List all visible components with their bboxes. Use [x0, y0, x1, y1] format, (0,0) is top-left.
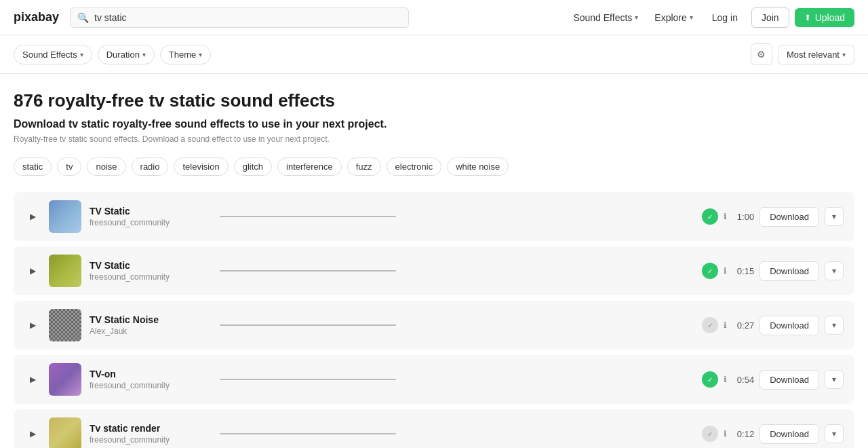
sound-name: TV Static Noise — [90, 314, 198, 325]
sound-duration: 1:00 — [732, 212, 754, 222]
sound-author: freesound_community — [90, 272, 198, 282]
sound-info: TV-on freesound_community — [90, 369, 198, 390]
tag-fuzz[interactable]: fuzz — [347, 157, 381, 176]
license-icon: ✓ — [702, 263, 718, 279]
tag-white-noise[interactable]: white noise — [447, 157, 509, 176]
sound-item: ▶ TV Static freesound_community ✓ ℹ 1:00… — [14, 192, 854, 241]
filter-duration-label: Duration — [106, 50, 140, 60]
sound-info: TV Static Noise Alex_Jauk — [90, 314, 198, 336]
sound-thumbnail — [49, 363, 81, 396]
page-title: 876 royalty-free tv static sound effects — [14, 90, 854, 111]
search-icon: 🔍 — [77, 12, 89, 23]
play-button[interactable]: ▶ — [24, 371, 41, 388]
info-icon[interactable]: ℹ — [724, 266, 727, 276]
filter-duration[interactable]: Duration ▾ — [98, 45, 155, 64]
chevron-down-icon: ▾ — [142, 51, 146, 58]
info-icon[interactable]: ℹ — [724, 375, 727, 384]
sound-name: Tv static render — [90, 423, 198, 434]
nav-sound-effects[interactable]: Sound Effects ▾ — [568, 10, 644, 26]
chevron-down-icon: ▾ — [80, 51, 83, 58]
tag-electronic[interactable]: electronic — [387, 157, 442, 176]
expand-button[interactable]: ▾ — [825, 424, 844, 443]
sound-name: TV Static — [90, 206, 198, 217]
sort-label: Most relevant — [787, 50, 840, 60]
expand-button[interactable]: ▾ — [825, 207, 844, 226]
tag-noise[interactable]: noise — [87, 157, 125, 176]
expand-button[interactable]: ▾ — [825, 261, 844, 280]
filter-theme[interactable]: Theme ▾ — [160, 45, 211, 64]
tag-interference[interactable]: interference — [277, 157, 342, 176]
expand-button[interactable]: ▾ — [825, 370, 844, 389]
tag-radio[interactable]: radio — [132, 157, 169, 176]
sound-actions: ✓ ℹ 0:12 Download ▾ — [702, 424, 844, 444]
header: pixabay 🔍 Sound Effects ▾ Explore ▾ Log … — [0, 0, 868, 35]
download-button[interactable]: Download — [760, 370, 819, 390]
upload-button[interactable]: ⬆ Upload — [795, 8, 854, 27]
sound-list: ▶ TV Static freesound_community ✓ ℹ 1:00… — [14, 192, 854, 448]
join-button[interactable]: Join — [751, 7, 789, 28]
tag-television[interactable]: television — [174, 157, 228, 176]
gear-icon: ⚙ — [757, 49, 766, 60]
search-input[interactable] — [94, 12, 401, 23]
play-button[interactable]: ▶ — [24, 426, 41, 442]
download-button[interactable]: Download — [760, 207, 819, 227]
waveform-line — [220, 216, 396, 217]
nav-sound-effects-label: Sound Effects — [573, 12, 632, 23]
download-button[interactable]: Download — [760, 316, 819, 335]
page-description: Royalty-free tv static sound effects. Do… — [14, 134, 854, 144]
sound-actions: ✓ ℹ 0:27 Download ▾ — [702, 316, 844, 335]
sound-duration: 0:12 — [732, 429, 754, 439]
sound-actions: ✓ ℹ 0:15 Download ▾ — [702, 261, 844, 281]
sound-author: freesound_community — [90, 435, 198, 445]
download-button[interactable]: Download — [760, 261, 819, 281]
info-icon[interactable]: ℹ — [724, 212, 727, 221]
settings-button[interactable]: ⚙ — [751, 43, 772, 65]
sound-thumbnail — [49, 255, 81, 287]
filter-sound-effects-label: Sound Effects — [22, 50, 77, 60]
filter-bar: Sound Effects ▾ Duration ▾ Theme ▾ ⚙ Mos… — [0, 35, 868, 74]
page-subtitle: Download tv static royalty-free sound ef… — [14, 118, 854, 130]
logo-text: pixabay — [14, 10, 59, 24]
info-icon[interactable]: ℹ — [724, 320, 727, 330]
play-button[interactable]: ▶ — [24, 317, 41, 333]
chevron-down-icon: ▾ — [690, 14, 693, 21]
filter-sound-effects[interactable]: Sound Effects ▾ — [14, 45, 92, 64]
expand-button[interactable]: ▾ — [825, 316, 844, 335]
waveform — [206, 371, 694, 388]
sound-item: ▶ TV Static Noise Alex_Jauk ✓ ℹ 0:27 Dow… — [14, 301, 854, 350]
tag-static[interactable]: static — [14, 157, 52, 176]
license-icon: ✓ — [702, 317, 718, 333]
search-bar: 🔍 — [70, 7, 409, 28]
sound-actions: ✓ ℹ 0:54 Download ▾ — [702, 370, 844, 390]
chevron-down-icon: ▾ — [199, 51, 202, 58]
login-button[interactable]: Log in — [704, 8, 746, 27]
tag-glitch[interactable]: glitch — [234, 157, 272, 176]
play-button[interactable]: ▶ — [24, 263, 41, 279]
nav-explore[interactable]: Explore ▾ — [649, 10, 698, 26]
sound-thumbnail — [49, 309, 81, 341]
sound-duration: 0:54 — [732, 375, 754, 385]
sort-button[interactable]: Most relevant ▾ — [778, 45, 854, 64]
waveform-line — [220, 270, 396, 272]
play-button[interactable]: ▶ — [24, 208, 41, 225]
sound-item: ▶ Tv static render freesound_community ✓… — [14, 409, 854, 448]
waveform — [206, 426, 694, 442]
sound-actions: ✓ ℹ 1:00 Download ▾ — [702, 207, 844, 227]
tag-tv[interactable]: tv — [57, 157, 81, 176]
sound-info: Tv static render freesound_community — [90, 423, 198, 445]
upload-label: Upload — [815, 12, 845, 23]
waveform — [206, 263, 694, 279]
sound-thumbnail — [49, 417, 81, 448]
site-logo[interactable]: pixabay — [14, 10, 59, 24]
sound-item: ▶ TV-on freesound_community ✓ ℹ 0:54 Dow… — [14, 355, 854, 404]
sound-thumbnail — [49, 200, 81, 233]
waveform — [206, 208, 694, 225]
header-nav: Sound Effects ▾ Explore ▾ Log in Join ⬆ … — [568, 7, 854, 28]
waveform — [206, 317, 694, 333]
sound-duration: 0:27 — [732, 320, 754, 331]
nav-explore-label: Explore — [654, 12, 686, 23]
info-icon[interactable]: ℹ — [724, 429, 727, 438]
sound-author: Alex_Jauk — [90, 326, 198, 336]
chevron-down-icon: ▾ — [635, 14, 638, 21]
download-button[interactable]: Download — [760, 424, 819, 444]
